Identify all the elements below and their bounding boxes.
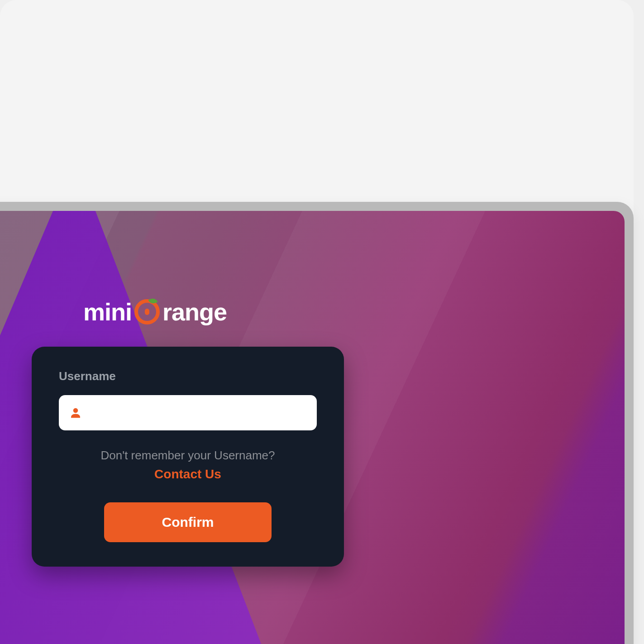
desktop-wallpaper: mini range Username Don't remember your …	[0, 211, 625, 644]
forgot-username-text: Don't remember your Username?	[59, 448, 317, 463]
brand-text-right: range	[162, 300, 227, 324]
user-icon	[69, 406, 82, 420]
username-input[interactable]	[91, 406, 307, 419]
svg-point-0	[73, 408, 78, 413]
confirm-button[interactable]: Confirm	[104, 502, 272, 542]
orange-icon	[134, 299, 160, 324]
contact-us-link[interactable]: Contact Us	[59, 467, 317, 482]
username-input-wrap[interactable]	[59, 395, 317, 430]
brand-logo: mini range	[83, 299, 227, 324]
login-panel: Username Don't remember your Username? C…	[32, 347, 344, 567]
monitor-frame: mini range Username Don't remember your …	[0, 202, 634, 644]
brand-text-left: mini	[83, 300, 132, 324]
username-label: Username	[59, 369, 317, 383]
